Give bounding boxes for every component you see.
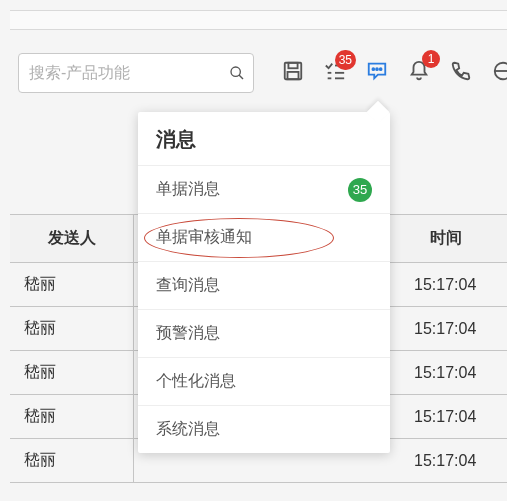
bell-button[interactable]: 1 [408,60,430,86]
dropdown-item-yujing[interactable]: 预警消息 [138,309,390,357]
cell-sender: 嵇丽 [10,351,134,394]
svg-line-1 [239,75,243,79]
tool-icons: 35 1 [282,60,507,86]
dropdown-item-shenhe[interactable]: 单据审核通知 [138,213,390,261]
dropdown-item-chaxun[interactable]: 查询消息 [138,261,390,309]
dropdown-item-label: 系统消息 [156,419,220,440]
toolbar: 35 1 [0,48,507,98]
save-button[interactable] [282,60,304,86]
dropdown-title: 消息 [138,112,390,165]
cell-sender: 嵇丽 [10,395,134,438]
cell-sender: 嵇丽 [10,263,134,306]
save-icon [282,60,304,82]
chat-button[interactable] [366,60,388,86]
dropdown-item-label: 单据消息 [156,179,220,200]
checklist-badge: 35 [335,50,356,70]
dropdown-item-label: 单据审核通知 [156,227,252,248]
phone-icon [450,60,472,82]
svg-point-10 [372,68,374,70]
cell-sender: 嵇丽 [10,307,134,350]
count-badge: 35 [348,178,372,202]
bell-badge: 1 [422,50,440,68]
dropdown-item-gexing[interactable]: 个性化消息 [138,357,390,405]
dropdown-item-label: 个性化消息 [156,371,236,392]
dropdown-item-label: 查询消息 [156,275,220,296]
svg-point-12 [380,68,382,70]
dropdown-item-danju[interactable]: 单据消息 35 [138,165,390,213]
chat-icon [366,60,388,82]
dropdown-item-xitong[interactable]: 系统消息 [138,405,390,453]
svg-point-0 [231,67,240,76]
search-input[interactable] [29,64,229,82]
top-band [10,10,507,30]
globe-icon [492,60,507,82]
dropdown-item-label: 预警消息 [156,323,220,344]
svg-rect-3 [288,63,297,69]
extra-button[interactable] [492,60,507,86]
search-box[interactable] [18,53,254,93]
phone-button[interactable] [450,60,472,86]
checklist-button[interactable]: 35 [324,60,346,86]
col-sender: 发送人 [10,215,134,262]
message-dropdown: 消息 单据消息 35 单据审核通知 查询消息 预警消息 个性化消息 系统消息 [138,112,390,453]
svg-rect-4 [288,72,299,79]
search-icon[interactable] [229,64,245,82]
cell-sender: 嵇丽 [10,439,134,482]
svg-point-11 [376,68,378,70]
